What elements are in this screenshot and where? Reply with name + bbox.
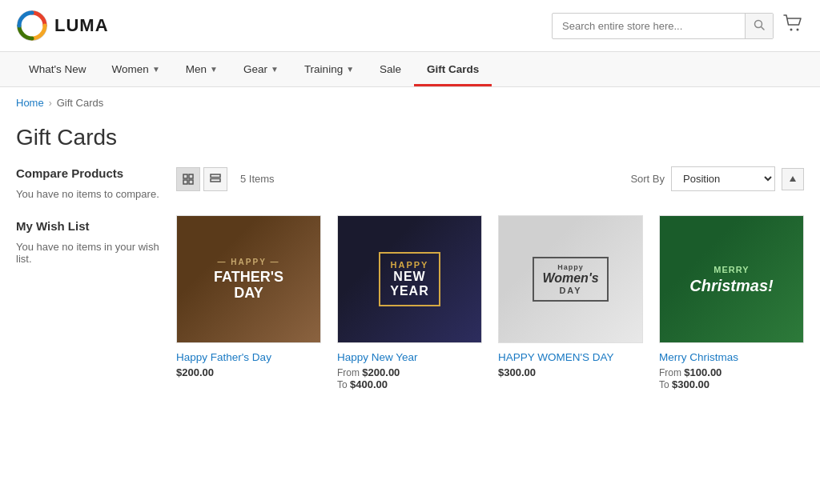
svg-rect-5 (183, 174, 187, 178)
search-input[interactable] (553, 14, 745, 38)
chevron-down-icon: ▼ (346, 65, 354, 74)
nav-item-training[interactable]: Training ▼ (291, 52, 367, 86)
nav-item-sale[interactable]: Sale (367, 52, 414, 86)
svg-point-4 (797, 29, 799, 31)
product-price: From $200.00 To $400.00 (337, 366, 482, 390)
products-main: 5 Items Sort By Position Product Name Pr… (176, 166, 820, 406)
product-name: Merry Christmas (659, 351, 804, 363)
list-view-button[interactable] (203, 167, 227, 191)
compare-products-section: Compare Products You have no items to co… (16, 166, 160, 200)
product-price: From $100.00 To $300.00 (659, 366, 804, 390)
wishlist-empty: You have no items in your wish list. (16, 241, 160, 265)
search-icon (754, 19, 765, 30)
product-card[interactable]: — HAPPY — FATHER'SDAY Happy Father's Day… (176, 215, 321, 390)
product-name: HAPPY WOMEN'S DAY (498, 351, 643, 363)
toolbar-left: 5 Items (176, 167, 275, 191)
svg-rect-7 (183, 180, 187, 184)
breadcrumb-current: Gift Cards (57, 97, 104, 109)
product-card[interactable]: MERRY Christmas! Merry Christmas From $1… (659, 215, 804, 390)
breadcrumb-home[interactable]: Home (16, 97, 44, 109)
svg-line-2 (762, 26, 765, 30)
view-toggle (176, 167, 227, 191)
logo-text: LUMA (54, 15, 109, 36)
toolbar-right: Sort By Position Product Name Price (630, 166, 804, 191)
grid-view-button[interactable] (176, 167, 200, 191)
compare-products-empty: You have no items to compare. (16, 188, 160, 200)
product-card[interactable]: HAPPY NEW YEAR Happy New Year From $200.… (337, 215, 482, 390)
wishlist-title: My Wish List (16, 219, 160, 233)
nav-item-gift-cards[interactable]: Gift Cards (414, 52, 492, 86)
svg-point-3 (790, 29, 793, 31)
sidebar: Compare Products You have no items to co… (0, 166, 176, 406)
svg-rect-9 (211, 174, 220, 178)
main-nav: What's New Women ▼ Men ▼ Gear ▼ Training… (0, 52, 820, 87)
search-bar (552, 13, 774, 39)
nav-item-gear[interactable]: Gear ▼ (231, 52, 291, 86)
toolbar: 5 Items Sort By Position Product Name Pr… (176, 166, 804, 199)
chevron-down-icon: ▼ (271, 65, 279, 74)
compare-products-title: Compare Products (16, 166, 160, 180)
header-right (552, 13, 804, 39)
item-count: 5 Items (240, 173, 275, 185)
sort-asc-icon (788, 174, 798, 184)
grid-icon (183, 174, 194, 185)
logo[interactable]: LUMA (16, 10, 109, 42)
content-area: Compare Products You have no items to co… (0, 166, 820, 406)
breadcrumb-separator: › (49, 98, 52, 109)
sort-direction-button[interactable] (782, 168, 804, 190)
nav-item-men[interactable]: Men ▼ (173, 52, 231, 86)
chevron-down-icon: ▼ (152, 65, 160, 74)
header: LUMA (0, 0, 820, 52)
product-price: $200.00 (176, 366, 321, 378)
product-card[interactable]: Happy Women's DAY HAPPY WOMEN'S DAY $300… (498, 215, 643, 390)
nav-item-whats-new[interactable]: What's New (16, 52, 99, 86)
search-button[interactable] (745, 14, 773, 38)
list-icon (210, 174, 221, 185)
product-image: Happy Women's DAY (498, 215, 643, 343)
nav-item-women[interactable]: Women ▼ (99, 52, 173, 86)
product-grid: — HAPPY — FATHER'SDAY Happy Father's Day… (176, 215, 804, 390)
product-image: MERRY Christmas! (659, 215, 804, 343)
product-image: HAPPY NEW YEAR (337, 215, 482, 343)
product-price: $300.00 (498, 366, 643, 378)
product-image: — HAPPY — FATHER'SDAY (176, 215, 321, 343)
chevron-down-icon: ▼ (210, 65, 218, 74)
product-name: Happy Father's Day (176, 351, 321, 363)
breadcrumb: Home › Gift Cards (0, 87, 820, 118)
cart-icon[interactable] (783, 14, 804, 37)
page-title: Gift Cards (0, 118, 820, 166)
wishlist-section: My Wish List You have no items in your w… (16, 219, 160, 265)
sort-label: Sort By (630, 173, 665, 185)
svg-rect-6 (189, 174, 193, 178)
sort-select[interactable]: Position Product Name Price (671, 166, 775, 191)
svg-rect-8 (189, 180, 193, 184)
product-name: Happy New Year (337, 351, 482, 363)
svg-rect-10 (211, 178, 220, 182)
